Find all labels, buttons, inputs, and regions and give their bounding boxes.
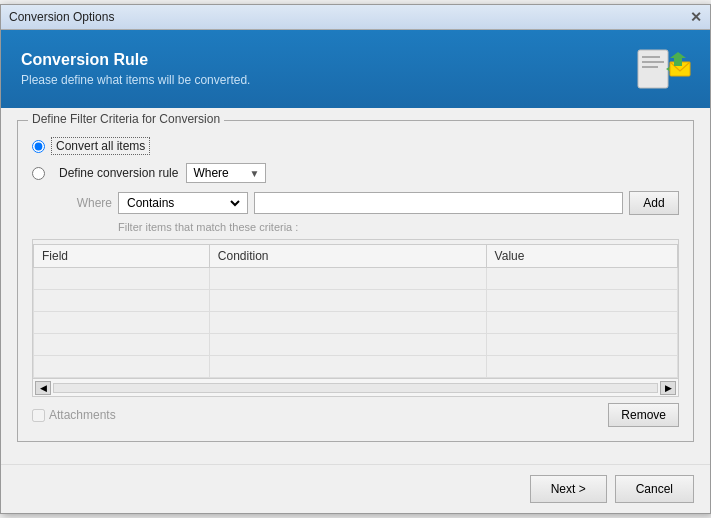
scroll-left-button[interactable]: ◀	[35, 381, 51, 395]
col-condition: Condition	[209, 245, 486, 268]
close-button[interactable]: ✕	[690, 10, 702, 24]
convert-all-radio[interactable]	[32, 140, 45, 153]
table-row	[34, 268, 678, 290]
table-row	[34, 356, 678, 378]
convert-all-row: Convert all items	[32, 137, 679, 155]
svg-rect-0	[638, 50, 668, 88]
define-rule-radio[interactable]	[32, 167, 45, 180]
table-row	[34, 290, 678, 312]
footer-buttons: Next > Cancel	[1, 464, 710, 513]
where-dropdown-arrow: ▼	[250, 168, 260, 179]
table-header-row: Field Condition Value	[34, 245, 678, 268]
filter-group-legend: Define Filter Criteria for Conversion	[28, 112, 224, 126]
define-rule-row: Define conversion rule Where ▼	[32, 163, 679, 183]
header-subtitle: Please define what items will be convert…	[21, 73, 250, 87]
svg-rect-3	[642, 66, 658, 68]
scroll-track[interactable]	[53, 383, 658, 393]
where-dropdown-text: Where	[193, 166, 228, 180]
attachments-checkbox[interactable]	[32, 409, 45, 422]
col-value: Value	[486, 245, 677, 268]
define-rule-label[interactable]: Define conversion rule	[59, 166, 178, 180]
col-field: Field	[34, 245, 210, 268]
attachments-check: Attachments	[32, 408, 116, 422]
where-dropdown[interactable]: Where ▼	[186, 163, 266, 183]
content-area: Define Filter Criteria for Conversion Co…	[1, 108, 710, 464]
svg-rect-1	[642, 56, 660, 58]
svg-rect-2	[642, 61, 664, 63]
horizontal-scrollbar[interactable]: ◀ ▶	[32, 379, 679, 397]
title-bar: Conversion Options ✕	[1, 5, 710, 30]
next-button[interactable]: Next >	[530, 475, 607, 503]
condition-select[interactable]: Contains Equals Starts with Ends with Do…	[123, 195, 243, 211]
remove-button[interactable]: Remove	[608, 403, 679, 427]
bottom-row: Attachments Remove	[32, 403, 679, 427]
filter-fields-row: Where Contains Equals Starts with Ends w…	[32, 191, 679, 215]
scroll-right-button[interactable]: ▶	[660, 381, 676, 395]
header-text-block: Conversion Rule Please define what items…	[21, 51, 250, 87]
value-input[interactable]	[254, 192, 623, 214]
header-icon	[634, 44, 694, 94]
header-banner: Conversion Rule Please define what items…	[1, 30, 710, 108]
filter-hint: Filter items that match these criteria :	[118, 221, 679, 233]
convert-all-label[interactable]: Convert all items	[51, 137, 150, 155]
cancel-button[interactable]: Cancel	[615, 475, 694, 503]
dialog-window: Conversion Options ✕ Conversion Rule Ple…	[0, 4, 711, 514]
criteria-table: Field Condition Value	[33, 244, 678, 378]
where-label: Where	[32, 196, 112, 210]
add-button[interactable]: Add	[629, 191, 679, 215]
criteria-table-wrapper: Field Condition Value	[32, 239, 679, 379]
attachments-label[interactable]: Attachments	[49, 408, 116, 422]
conversion-icon	[636, 46, 692, 92]
title-bar-text: Conversion Options	[9, 10, 114, 24]
header-title: Conversion Rule	[21, 51, 250, 69]
criteria-table-body	[34, 268, 678, 378]
filter-criteria-group: Define Filter Criteria for Conversion Co…	[17, 120, 694, 442]
table-row	[34, 334, 678, 356]
condition-select-wrapper[interactable]: Contains Equals Starts with Ends with Do…	[118, 192, 248, 214]
table-row	[34, 312, 678, 334]
